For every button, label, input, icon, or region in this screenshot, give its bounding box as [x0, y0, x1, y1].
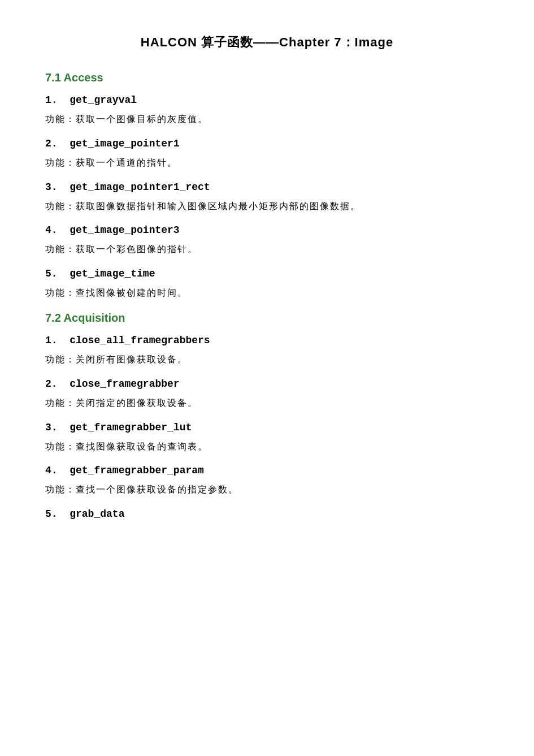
func-item-4: 4. get_image_pointer3 功能：获取一个彩色图像的指针。 — [45, 224, 489, 258]
func-4-number: 4. — [45, 224, 58, 236]
func-acq-2-heading: 2. close_framegrabber — [45, 378, 489, 390]
func-item-3: 3. get_image_pointer1_rect 功能：获取图像数据指针和输… — [45, 182, 489, 215]
func-4-name: get_image_pointer3 — [70, 224, 179, 236]
func-acq-4-name: get_framegrabber_param — [70, 465, 204, 476]
func-2-heading: 2. get_image_pointer1 — [45, 138, 489, 149]
func-acq-3-heading: 3. get_framegrabber_lut — [45, 422, 489, 433]
func-2-number: 2. — [45, 138, 58, 149]
func-5-desc: 功能：查找图像被创建的时间。 — [45, 285, 489, 301]
func-1-heading: 1. get_grayval — [45, 94, 489, 106]
func-5-heading: 5. get_image_time — [45, 268, 489, 279]
func-acq-item-5: 5. grab_data — [45, 508, 489, 520]
func-1-desc: 功能：获取一个图像目标的灰度值。 — [45, 111, 489, 128]
func-acq-2-desc: 功能：关闭指定的图像获取设备。 — [45, 395, 489, 412]
func-acq-4-desc: 功能：查找一个图像获取设备的指定参数。 — [45, 482, 489, 498]
func-acq-1-desc: 功能：关闭所有图像获取设备。 — [45, 352, 489, 368]
func-acq-1-number: 1. — [45, 335, 58, 346]
func-acq-1-heading: 1. close_all_framegrabbers — [45, 335, 489, 346]
func-acq-2-name: close_framegrabber — [70, 378, 179, 390]
func-acq-5-number: 5. — [45, 508, 58, 520]
func-3-name: get_image_pointer1_rect — [70, 182, 210, 193]
document-content: 7.1 Access 1. get_grayval 功能：获取一个图像目标的灰度… — [45, 71, 489, 520]
func-acq-5-name: grab_data — [70, 508, 124, 520]
func-acq-3-number: 3. — [45, 422, 58, 433]
func-5-number: 5. — [45, 268, 58, 279]
section-71: 7.1 Access 1. get_grayval 功能：获取一个图像目标的灰度… — [45, 71, 489, 301]
func-acq-3-desc: 功能：查找图像获取设备的查询表。 — [45, 439, 489, 455]
section-71-heading: 7.1 Access — [45, 71, 489, 84]
func-2-name: get_image_pointer1 — [70, 138, 179, 149]
section-72: 7.2 Acquisition 1. close_all_framegrabbe… — [45, 312, 489, 520]
func-1-name: get_grayval — [70, 94, 137, 106]
func-item-2: 2. get_image_pointer1 功能：获取一个通道的指针。 — [45, 138, 489, 171]
func-1-number: 1. — [45, 94, 58, 106]
func-2-desc: 功能：获取一个通道的指针。 — [45, 155, 489, 171]
func-4-desc: 功能：获取一个彩色图像的指针。 — [45, 241, 489, 258]
func-acq-4-number: 4. — [45, 465, 58, 476]
func-acq-3-name: get_framegrabber_lut — [70, 422, 192, 433]
section-72-heading: 7.2 Acquisition — [45, 312, 489, 325]
func-acq-1-name: close_all_framegrabbers — [70, 335, 210, 346]
func-3-desc: 功能：获取图像数据指针和输入图像区域内最小矩形内部的图像数据。 — [45, 198, 489, 215]
func-acq-item-2: 2. close_framegrabber 功能：关闭指定的图像获取设备。 — [45, 378, 489, 412]
func-acq-2-number: 2. — [45, 378, 58, 390]
func-acq-item-3: 3. get_framegrabber_lut 功能：查找图像获取设备的查询表。 — [45, 422, 489, 455]
func-5-name: get_image_time — [70, 268, 155, 279]
func-acq-item-1: 1. close_all_framegrabbers 功能：关闭所有图像获取设备… — [45, 335, 489, 368]
func-acq-item-4: 4. get_framegrabber_param 功能：查找一个图像获取设备的… — [45, 465, 489, 498]
func-item-5: 5. get_image_time 功能：查找图像被创建的时间。 — [45, 268, 489, 301]
func-4-heading: 4. get_image_pointer3 — [45, 224, 489, 236]
func-3-number: 3. — [45, 182, 58, 193]
func-acq-4-heading: 4. get_framegrabber_param — [45, 465, 489, 476]
page-title: HALCON 算子函数——Chapter 7：Image — [45, 34, 489, 51]
func-item-1: 1. get_grayval 功能：获取一个图像目标的灰度值。 — [45, 94, 489, 128]
func-3-heading: 3. get_image_pointer1_rect — [45, 182, 489, 193]
func-acq-5-heading: 5. grab_data — [45, 508, 489, 520]
